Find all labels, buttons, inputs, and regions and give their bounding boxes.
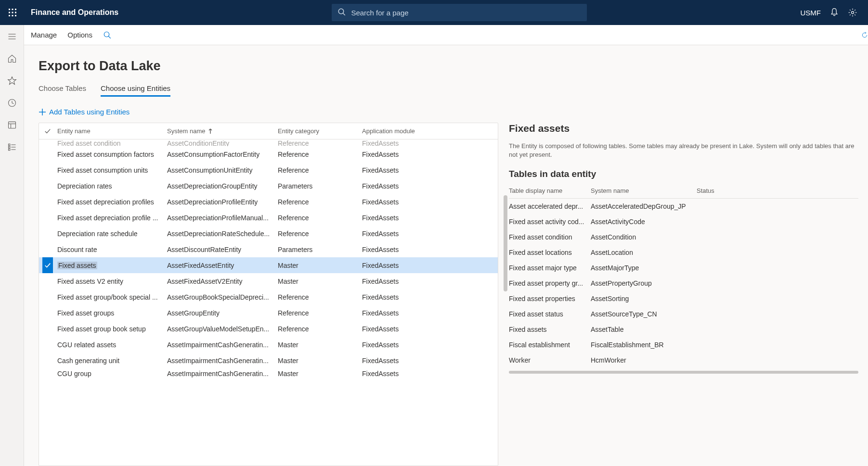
cell-system: AssetFixedAssetEntity <box>167 262 278 269</box>
scell-system: AssetMajorType <box>591 264 697 272</box>
shdr-status[interactable]: Status <box>697 187 858 194</box>
scell-system: AssetAcceleratedDepGroup_JP <box>591 202 697 210</box>
scell-display: Fixed asset status <box>509 310 591 318</box>
modules-icon[interactable] <box>7 142 17 152</box>
table-row[interactable]: Fixed asset conditionAssetConditionEntit… <box>39 139 498 146</box>
cell-system: AssetGroupBookSpecialDepreci... <box>167 293 278 301</box>
gear-icon[interactable] <box>848 8 857 17</box>
svg-rect-3 <box>9 12 10 13</box>
side-row[interactable]: WorkerHcmWorker <box>509 353 858 368</box>
cell-entity: Fixed asset depreciation profiles <box>56 198 167 206</box>
details-subtitle: Tables in data entity <box>509 169 858 179</box>
table-row[interactable]: Cash generating unitAssetImpairmentCashG… <box>39 353 498 368</box>
scell-system: AssetPropertyGroup <box>591 279 697 287</box>
table-row[interactable]: CGU groupAssetImpairmentCashGeneratin...… <box>39 368 498 379</box>
table-row[interactable]: Depreciation rate scheduleAssetDepreciat… <box>39 226 498 241</box>
cell-system: AssetImpairmentCashGeneratin... <box>167 341 278 349</box>
scrollbar[interactable] <box>504 195 507 291</box>
svg-rect-19 <box>8 144 10 145</box>
bell-icon[interactable] <box>829 8 839 17</box>
side-row[interactable]: Asset accelerated depr...AssetAccelerate… <box>509 199 858 214</box>
side-row[interactable]: Fixed asset major typeAssetMajorType <box>509 260 858 276</box>
table-row[interactable]: Fixed asset depreciation profilesAssetDe… <box>39 194 498 210</box>
cell-system: AssetDepreciationRateSchedule... <box>167 230 278 238</box>
search-icon <box>337 8 346 16</box>
svg-rect-20 <box>8 146 10 148</box>
table-row[interactable]: Fixed asset group book setupAssetGroupVa… <box>39 321 498 337</box>
table-row[interactable]: Fixed asset depreciation profile ...Asse… <box>39 210 498 226</box>
cell-module: FixedAssets <box>362 309 458 317</box>
scell-system: AssetLocation <box>591 249 697 256</box>
cell-category: Reference <box>278 139 362 146</box>
scell-system: HcmWorker <box>591 356 697 364</box>
hdr-entity[interactable]: Entity name <box>56 127 167 135</box>
waffle-icon <box>9 9 16 16</box>
side-row[interactable]: Fixed assetsAssetTable <box>509 322 858 337</box>
tab-choose-entities[interactable]: Choose using Entities <box>101 84 170 97</box>
table-row[interactable]: Fixed asset group/book special ...AssetG… <box>39 289 498 305</box>
scell-system: AssetTable <box>591 326 697 333</box>
app-launcher[interactable] <box>0 9 25 16</box>
side-row[interactable]: Fixed asset locationsAssetLocation <box>509 245 858 260</box>
hdr-category[interactable]: Entity category <box>278 127 362 135</box>
cell-category: Reference <box>278 230 362 238</box>
side-row[interactable]: Fiscal establishmentFiscalEstablishment_… <box>509 337 858 353</box>
side-grid-header: Table display name System name Status <box>509 187 858 199</box>
table-row[interactable]: Fixed assetsAssetFixedAssetEntityMasterF… <box>39 257 498 273</box>
command-bar: Manage Options <box>24 25 868 45</box>
scell-system: FiscalEstablishment_BR <box>591 341 697 349</box>
table-row[interactable]: Fixed asset consumption factorsAssetCons… <box>39 146 498 162</box>
side-row[interactable]: Fixed asset propertiesAssetSorting <box>509 291 858 306</box>
side-scrollbar[interactable] <box>509 371 858 374</box>
hdr-module[interactable]: Application module <box>362 127 458 135</box>
scell-system: AssetCondition <box>591 233 697 241</box>
grid-header: Entity name System name Entity category … <box>39 123 498 139</box>
cmd-manage[interactable]: Manage <box>31 31 57 39</box>
recent-icon[interactable] <box>7 98 17 108</box>
cell-entity: Cash generating unit <box>56 357 167 365</box>
table-row[interactable]: Depreciation ratesAssetDepreciationGroup… <box>39 178 498 194</box>
table-row[interactable]: Fixed assets V2 entityAssetFixedAssetV2E… <box>39 273 498 289</box>
shdr-system[interactable]: System name <box>591 187 697 194</box>
table-row[interactable]: Fixed asset groupsAssetGroupEntityRefere… <box>39 305 498 321</box>
hdr-system[interactable]: System name <box>167 127 278 135</box>
table-row[interactable]: CGU related assetsAssetImpairmentCashGen… <box>39 337 498 353</box>
side-row[interactable]: Fixed asset activity cod...AssetActivity… <box>509 214 858 229</box>
cell-system: AssetGroupEntity <box>167 309 278 317</box>
refresh-icon[interactable] <box>861 31 868 39</box>
cell-entity: CGU group <box>56 370 167 378</box>
cell-entity: Depreciation rates <box>56 182 167 190</box>
cell-entity: Depreciation rate schedule <box>56 230 167 238</box>
cell-entity: Fixed asset condition <box>56 139 167 146</box>
cell-category: Reference <box>278 293 362 301</box>
side-row[interactable]: Fixed asset statusAssetSourceType_CN <box>509 306 858 322</box>
cmd-search-icon[interactable] <box>103 31 112 39</box>
table-row[interactable]: Discount rateAssetDiscountRateEntityPara… <box>39 241 498 257</box>
cell-category: Parameters <box>278 182 362 190</box>
star-icon[interactable] <box>7 76 17 86</box>
cell-system: AssetConsumptionUnitEntity <box>167 166 278 174</box>
side-grid-body: Asset accelerated depr...AssetAccelerate… <box>509 199 858 368</box>
company-label[interactable]: USMF <box>800 9 821 17</box>
home-icon[interactable] <box>7 54 17 63</box>
cell-module: FixedAssets <box>362 293 458 301</box>
tab-choose-tables[interactable]: Choose Tables <box>39 84 86 97</box>
cell-category: Master <box>278 262 362 269</box>
table-row[interactable]: Fixed asset consumption unitsAssetConsum… <box>39 162 498 178</box>
shdr-display[interactable]: Table display name <box>509 187 591 194</box>
cell-category: Reference <box>278 198 362 206</box>
side-row[interactable]: Fixed asset conditionAssetCondition <box>509 229 858 245</box>
side-row[interactable]: Fixed asset property gr...AssetPropertyG… <box>509 276 858 291</box>
cell-module: FixedAssets <box>362 182 458 190</box>
workspace-icon[interactable] <box>7 120 17 130</box>
cell-system: AssetDepreciationProfileEntity <box>167 198 278 206</box>
hamburger-icon[interactable] <box>7 32 17 41</box>
select-all-icon[interactable] <box>44 128 51 135</box>
cell-module: FixedAssets <box>362 214 458 222</box>
add-tables-link[interactable]: Add Tables using Entities <box>39 108 868 116</box>
cell-category: Reference <box>278 151 362 158</box>
cell-system: AssetDepreciationProfileManual... <box>167 214 278 222</box>
row-checkbox[interactable] <box>42 257 53 273</box>
cmd-options[interactable]: Options <box>67 31 92 39</box>
search-input[interactable] <box>332 4 587 21</box>
